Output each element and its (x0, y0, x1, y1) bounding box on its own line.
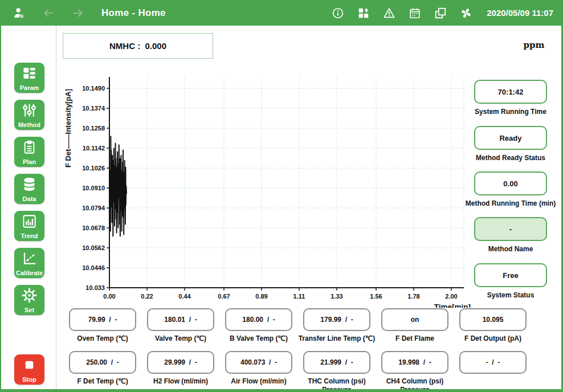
monitor-label: F Det Output (pA) (450, 334, 536, 343)
svg-text:10.1490: 10.1490 (82, 85, 105, 92)
monitor-box-f-det-output[interactable]: 10.095 (459, 308, 527, 331)
monitor-box-transfer-line-temp[interactable]: 179.99 / - (303, 308, 370, 331)
monitor-value: 21.999 / - (320, 358, 353, 366)
monitor-label: H2 Flow (ml/min) (138, 377, 223, 386)
status-label: Method Ready Status (454, 154, 563, 162)
svg-text:10.1142: 10.1142 (83, 145, 105, 152)
monitor-label: B Valve Temp (℃) (216, 334, 301, 343)
monitor-label: Transfer Line Temp (℃) (294, 334, 380, 343)
status-label: System Running Time (454, 108, 563, 116)
monitor-label: Valve Temp (℃) (138, 334, 223, 343)
nmhc-value: NMHC : 0.000 (109, 41, 166, 51)
stop-icon (14, 357, 44, 373)
datetime-display: 2020/05/09 11:07 (487, 8, 553, 18)
monitor-box-ch4-column-pressure[interactable]: 19.998 / - (381, 351, 448, 374)
sidebar: ParamMethodPlanDataTrendCalibrateSetStop (1, 26, 56, 392)
chromatogram-chart: 10.149010.137410.125810.114210.102610.09… (58, 63, 480, 308)
info-icon[interactable] (331, 6, 345, 21)
back-arrow-icon[interactable] (41, 6, 56, 21)
status-box-system-running-time[interactable]: 70:1:42 (474, 80, 547, 104)
sidebar-item-label: Plan (7, 158, 51, 165)
monitor-box-thc-column-pressure[interactable]: 21.999 / - (303, 351, 370, 374)
calendar-icon[interactable] (407, 6, 422, 21)
warning-icon[interactable] (382, 6, 397, 21)
svg-text:10.0562: 10.0562 (82, 244, 105, 251)
settings-gear-icon (14, 288, 44, 303)
sidebar-item-label: Param (7, 84, 51, 91)
sidebar-item-param[interactable]: Param (14, 63, 44, 93)
sidebar-item-label: Calibrate (7, 270, 51, 276)
method-sliders-icon (14, 103, 44, 118)
sidebar-item-calibrate[interactable]: Calibrate (14, 248, 44, 278)
forward-arrow-icon[interactable] (71, 6, 85, 21)
windows-icon[interactable] (433, 6, 448, 21)
svg-text:10.0446: 10.0446 (82, 264, 105, 271)
status-value: 70:1:42 (498, 88, 524, 96)
monitor-box-spare[interactable]: - / - (459, 351, 527, 374)
analyzer-app-window: Home - Home 2020/05/09 11:07 ParamMet (0, 0, 563, 392)
monitor-value: on (411, 316, 419, 324)
monitor-label: F Det Temp (℃) (60, 377, 145, 386)
svg-text:10.1374: 10.1374 (82, 105, 105, 112)
monitor-label: THC Column (psi) Pressure (294, 377, 380, 392)
sidebar-item-data[interactable]: Data (14, 174, 44, 204)
monitor-label: Air Flow (ml/min) (216, 377, 301, 386)
monitor-value: 250.00 / - (86, 358, 119, 366)
stop-button[interactable]: Stop (14, 354, 44, 385)
svg-text:10.033: 10.033 (85, 284, 105, 291)
monitor-box-f-det-temp[interactable]: 250.00 / - (69, 351, 136, 374)
sidebar-item-label: Set (7, 307, 51, 313)
user-settings-icon[interactable] (11, 6, 26, 21)
svg-text:0.89: 0.89 (255, 293, 267, 300)
svg-text:0.22: 0.22 (141, 293, 153, 300)
monitor-box-oven-temp[interactable]: 79.99 / - (69, 308, 136, 331)
svg-text:1.56: 1.56 (370, 293, 382, 300)
svg-text:10.1026: 10.1026 (82, 165, 105, 172)
status-box-method-name[interactable]: - (474, 217, 547, 241)
svg-text:10.0910: 10.0910 (82, 185, 105, 191)
monitor-value: 179.99 / - (320, 316, 353, 324)
sidebar-item-trend[interactable]: Trend (14, 211, 44, 241)
header-bar: Home - Home 2020/05/09 11:07 (1, 0, 561, 26)
svg-text:1.33: 1.33 (331, 293, 342, 300)
svg-text:1.78: 1.78 (407, 293, 419, 300)
monitor-box-air-flow[interactable]: 400.073 / - (225, 351, 292, 374)
monitor-value: - / - (486, 358, 500, 366)
status-value: 0.00 (503, 179, 517, 188)
monitor-value: 29.999 / - (164, 358, 197, 366)
data-database-icon (14, 177, 44, 192)
stop-button-label: Stop (7, 376, 51, 383)
monitor-box-valve-temp[interactable]: 180.01 / - (147, 308, 214, 331)
monitor-value: 180.00 / - (242, 316, 275, 324)
sidebar-item-set[interactable]: Set (14, 285, 44, 315)
calibrate-chart-icon (14, 251, 44, 266)
monitor-value: 10.095 (483, 316, 504, 324)
status-value: - (509, 225, 512, 234)
status-box-system-status[interactable]: Free (474, 263, 547, 287)
svg-text:10.0678: 10.0678 (82, 224, 105, 231)
svg-text:Time[min]: Time[min] (434, 303, 471, 308)
sidebar-item-method[interactable]: Method (14, 100, 44, 130)
svg-text:0.67: 0.67 (218, 293, 230, 300)
sidebar-item-label: Method (7, 121, 51, 128)
svg-text:10.0794: 10.0794 (82, 205, 105, 211)
monitor-box-b-valve-temp[interactable]: 180.00 / - (225, 308, 292, 331)
monitor-box-f-det-flame[interactable]: on (381, 308, 448, 331)
monitor-value: 180.01 / - (164, 316, 197, 324)
status-box-method-ready-status[interactable]: Ready (474, 126, 547, 150)
apps-icon[interactable] (356, 6, 371, 21)
status-box-method-running-time[interactable]: 0.00 (474, 172, 547, 195)
status-label: Method Running Time (min) (454, 199, 563, 207)
svg-text:0.44: 0.44 (178, 293, 191, 300)
monitor-value: 79.99 / - (88, 316, 117, 324)
svg-text:10.1258: 10.1258 (82, 125, 105, 132)
status-value: Ready (499, 134, 521, 142)
sidebar-item-label: Trend (7, 232, 51, 239)
status-value: Free (503, 271, 518, 280)
fan-icon[interactable] (459, 6, 474, 21)
sidebar-item-plan[interactable]: Plan (14, 137, 44, 167)
page-title: Home - Home (101, 7, 166, 19)
monitor-box-h2-flow[interactable]: 29.999 / - (147, 351, 214, 374)
monitor-value: 400.073 / - (240, 358, 277, 366)
status-label: Method Name (454, 245, 563, 253)
